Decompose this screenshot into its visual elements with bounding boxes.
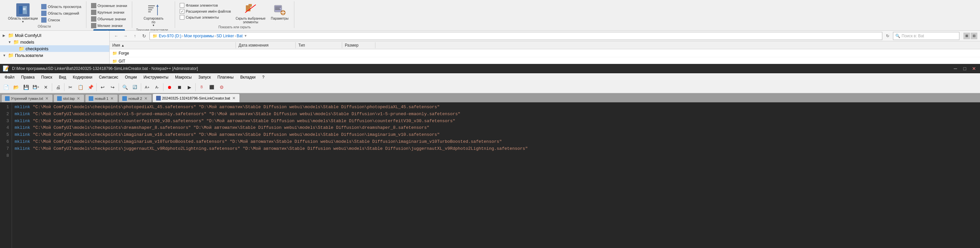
- tb-copy[interactable]: 📋: [76, 83, 85, 92]
- list-item[interactable]: 📁 Forge: [110, 49, 980, 57]
- menu-help[interactable]: ?: [259, 74, 268, 80]
- tb-macro-play[interactable]: ▶: [185, 83, 194, 92]
- tb-macro-stop[interactable]: ⏹: [175, 83, 184, 92]
- tb-save[interactable]: 💾: [21, 83, 30, 92]
- tb-zoom-in[interactable]: A+: [143, 83, 152, 92]
- menu-encodings[interactable]: Кодировки: [70, 74, 95, 80]
- collapse-btn[interactable]: ⊟: [971, 33, 977, 39]
- tree-item-models[interactable]: ▼ 📁 models: [0, 38, 109, 45]
- normal-icons-btn[interactable]: Обычные значки: [91, 16, 128, 22]
- tb-close[interactable]: ✕: [41, 83, 51, 92]
- npp-tabbar: Утренний туман.txt ✕ stol.tap ✕ новый 1 …: [0, 93, 980, 102]
- col-header-type[interactable]: Тип: [296, 42, 342, 48]
- code-area[interactable]: mklink "C:\Мой ComfyUI\models\checkpoint…: [12, 102, 980, 248]
- preview-pane-btn[interactable]: Область просмотра: [41, 4, 82, 10]
- file-extensions-btn[interactable]: ✓ Расширения имён файлов: [179, 9, 232, 14]
- tb-zoom-out[interactable]: A-: [153, 83, 162, 92]
- tab-close-simlink[interactable]: ✕: [232, 96, 236, 101]
- menu-syntax[interactable]: Синтаксис: [95, 74, 122, 80]
- up-button[interactable]: ↑: [131, 32, 139, 40]
- menu-file[interactable]: Файл: [1, 74, 18, 80]
- tree-item-comfyui[interactable]: ▶ 📁 Мой ComfyUI: [0, 32, 109, 38]
- menu-plugins[interactable]: Плагины: [214, 74, 237, 80]
- forward-button[interactable]: →: [122, 32, 130, 40]
- col-header-date[interactable]: Дата изменения: [236, 42, 296, 48]
- col-header-size[interactable]: Размер: [342, 42, 375, 48]
- npp-toolbar: 📄 📂 💾 💾+ ✕ 🖨 ✂ 📋 📌 ↩ ↪ 🔍 🔄 A+ A- ⏺ ⏹ ▶ B…: [0, 81, 980, 93]
- back-button[interactable]: ←: [112, 32, 120, 40]
- file-extensions-checkbox: ✓: [180, 9, 185, 14]
- tab-close-utreniy[interactable]: ✕: [45, 96, 49, 101]
- menu-edit[interactable]: Правка: [18, 74, 38, 80]
- options-btn[interactable]: Параметры: [269, 3, 290, 25]
- close-button[interactable]: ✕: [971, 66, 977, 72]
- tab-new1[interactable]: новый 1 ✕: [85, 94, 118, 102]
- item-checkboxes-btn[interactable]: Флажки элементов: [179, 3, 232, 8]
- ribbon-group-current-view: Сортироватьпо ▼ Текущее представле...: [132, 1, 175, 28]
- tb-b3[interactable]: ⚙: [217, 83, 226, 92]
- col-header-name[interactable]: Имя ▲: [110, 42, 236, 48]
- address-path[interactable]: 📁 Evo-970 (D:) › Мои программы › SD Link…: [150, 32, 882, 40]
- tb-paste[interactable]: 📌: [86, 83, 95, 92]
- folder-icon-checkpoints: 📁: [19, 46, 24, 51]
- menu-run[interactable]: Запуск: [195, 74, 214, 80]
- ribbon-group-nav-label: Области: [38, 25, 51, 28]
- small-icons-btn[interactable]: Мелкие значки: [91, 22, 128, 29]
- line-numbers: 1 2 3 4 5 6 7 8: [0, 102, 12, 248]
- tab-utreniy[interactable]: Утренний туман.txt ✕: [1, 94, 53, 102]
- menu-view[interactable]: Вид: [56, 74, 70, 80]
- hidden-items-btn[interactable]: Скрытые элементы: [179, 14, 232, 20]
- tab-new2[interactable]: новый 2 ✕: [119, 94, 151, 102]
- huge-icons-btn[interactable]: Огромные значки: [91, 3, 128, 9]
- nav-pane-button[interactable]: Область навигации ▼: [6, 3, 39, 24]
- ribbon-group-navigation: Область навигации ▼ Область просмотра Об…: [3, 1, 86, 28]
- path-refresh-button[interactable]: ↻: [884, 32, 892, 40]
- list-item[interactable]: 📁 GIT: [110, 57, 980, 64]
- tb-b2[interactable]: ⬛: [207, 83, 216, 92]
- sort-icon: [146, 3, 161, 17]
- menu-options[interactable]: Опции: [122, 74, 140, 80]
- tb-print[interactable]: 🖨: [54, 83, 63, 92]
- tb-sep-1: [52, 83, 52, 91]
- tab-close-stol[interactable]: ✕: [76, 96, 81, 101]
- address-bar: ← → ↑ ↻ 📁 Evo-970 (D:) › Мои программы ›…: [110, 30, 980, 41]
- tb-b1[interactable]: B: [197, 83, 206, 92]
- tab-icon: [5, 96, 10, 101]
- sort-by-btn[interactable]: Сортироватьпо ▼: [142, 3, 165, 28]
- tb-cut[interactable]: ✂: [66, 83, 75, 92]
- expand-btn[interactable]: ⊞: [963, 33, 970, 39]
- tab-close-new1[interactable]: ✕: [110, 96, 114, 101]
- tb-find[interactable]: 🔍: [120, 83, 130, 92]
- refresh-button[interactable]: ↻: [140, 32, 148, 40]
- svg-rect-0: [19, 6, 22, 14]
- tb-replace[interactable]: 🔄: [130, 83, 140, 92]
- hidden-items-checkbox: [180, 15, 185, 20]
- tab-icon-stol: [57, 96, 62, 101]
- minimize-button[interactable]: ─: [952, 66, 959, 72]
- menu-search[interactable]: Поиск: [38, 74, 56, 80]
- tb-redo[interactable]: ↪: [108, 83, 117, 92]
- tb-save-all[interactable]: 💾+: [31, 83, 41, 92]
- large-icons-btn[interactable]: Крупные значки: [91, 9, 128, 15]
- menu-tabs[interactable]: Вкладки: [237, 74, 259, 80]
- view-size-options: Огромные значки Крупные значки Обычные з…: [91, 3, 128, 29]
- maximize-button[interactable]: □: [961, 66, 968, 72]
- item-checkboxes-checkbox: [180, 3, 185, 8]
- tab-simlink[interactable]: 20240325-132418796-SimLinkCreator.bat ✕: [153, 94, 240, 102]
- tab-stol[interactable]: stol.tap ✕: [54, 94, 84, 102]
- tb-undo[interactable]: ↩: [98, 83, 107, 92]
- hide-selected-btn[interactable]: Скрыть выбранныеэлементы: [234, 3, 267, 25]
- menu-tools[interactable]: Инструменты: [140, 74, 172, 80]
- tb-open[interactable]: 📂: [11, 83, 21, 92]
- visibility-checkboxes: Флажки элементов ✓ Расширения имён файло…: [179, 3, 232, 25]
- menu-macros[interactable]: Макросы: [172, 74, 195, 80]
- tb-macro-rec[interactable]: ⏺: [165, 83, 174, 92]
- search-box[interactable]: 🔍 Поиск в: Bat: [893, 32, 959, 40]
- list-view-btn[interactable]: Список: [41, 17, 82, 23]
- tree-item-checkpoints[interactable]: 📁 checkpoints: [0, 45, 109, 52]
- tb-new[interactable]: 📄: [1, 83, 11, 92]
- tree-item-users[interactable]: ▼ 📁 Пользователи: [0, 52, 109, 59]
- code-line-1: mklink "C:\Мой ComfyUI\models\checkpoint…: [14, 104, 977, 111]
- details-pane-btn[interactable]: Область сведений: [41, 10, 82, 16]
- tab-close-new2[interactable]: ✕: [143, 96, 148, 101]
